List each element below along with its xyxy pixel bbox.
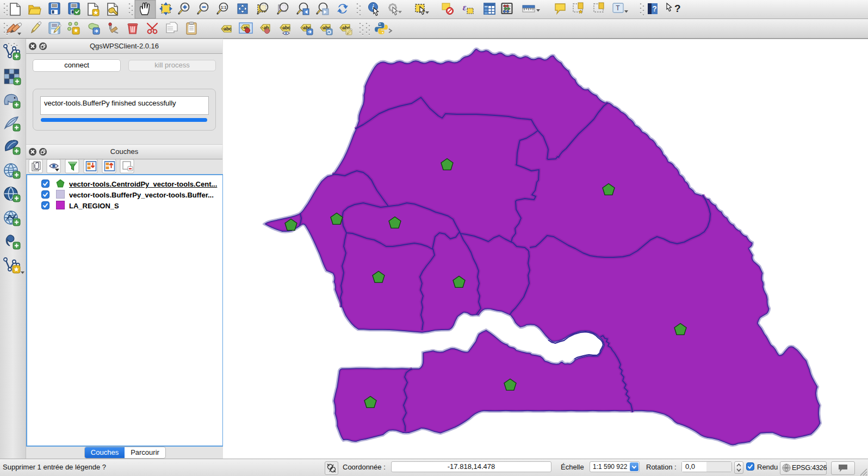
svg-text:T: T [616,4,620,12]
svg-text:?: ? [674,3,681,14]
svg-text:1:1: 1:1 [221,5,226,9]
svg-text:ε: ε [463,3,467,12]
svg-text:?: ? [652,4,657,13]
